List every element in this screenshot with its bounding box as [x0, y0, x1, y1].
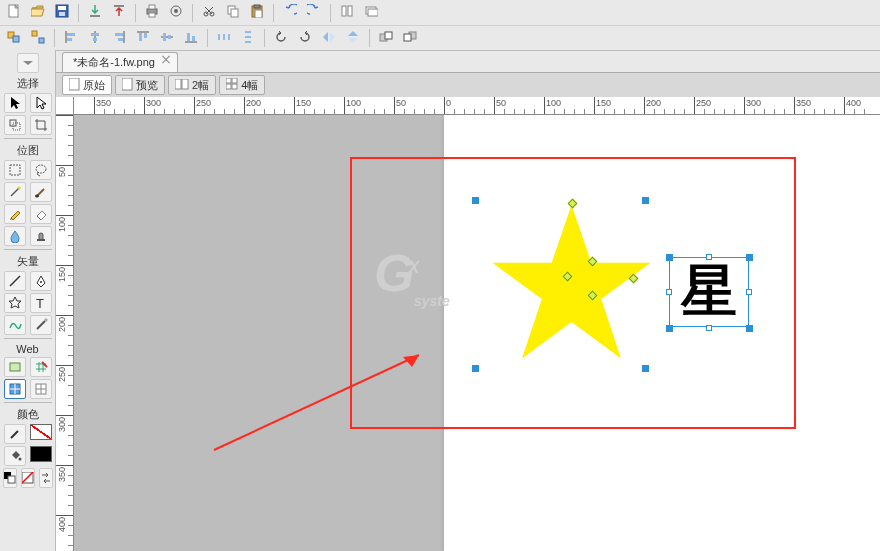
selection-handle[interactable]: [642, 197, 649, 204]
pencil-tool[interactable]: [4, 204, 26, 224]
selection-handle[interactable]: [666, 289, 672, 295]
flip-h-button[interactable]: [319, 28, 339, 48]
svg-rect-19: [348, 6, 352, 16]
wand-tool[interactable]: [4, 182, 26, 202]
close-icon[interactable]: [161, 59, 169, 67]
svg-rect-53: [404, 34, 411, 41]
save-button[interactable]: [52, 3, 72, 23]
palette-menu-button[interactable]: [17, 53, 39, 73]
svg-rect-21: [368, 9, 378, 16]
selection-handle[interactable]: [746, 289, 752, 295]
align-hcenter-button[interactable]: [85, 28, 105, 48]
view-tab-four-up[interactable]: 4幅: [219, 75, 265, 95]
svg-rect-49: [245, 41, 251, 43]
document-tabs-bar: *未命名-1.fw.png: [0, 51, 880, 73]
top-toolbars: [0, 0, 880, 51]
knife-tool[interactable]: [30, 315, 52, 335]
open-file-button[interactable]: [28, 3, 48, 23]
view-tab-original[interactable]: 原始: [62, 75, 112, 95]
wand-icon: [8, 185, 22, 199]
fill-sample-tool[interactable]: [4, 446, 26, 466]
stroke-color-swatch[interactable]: [30, 424, 52, 440]
scale-tool[interactable]: [4, 115, 26, 135]
fill-color-swatch[interactable]: [30, 446, 52, 462]
undo-button[interactable]: [280, 3, 300, 23]
canvas-viewport[interactable]: GX syste 星: [74, 115, 880, 551]
print-button[interactable]: [142, 3, 162, 23]
send-back-button[interactable]: [400, 28, 420, 48]
toolbar-separator: [369, 29, 370, 47]
paste-button[interactable]: [247, 3, 267, 23]
export-button[interactable]: [109, 3, 129, 23]
svg-rect-2: [58, 6, 66, 10]
selection-handle[interactable]: [666, 325, 673, 332]
blur-tool[interactable]: [4, 226, 26, 246]
svg-rect-45: [223, 34, 225, 40]
selection-handle[interactable]: [706, 325, 712, 331]
flip-v-button[interactable]: [343, 28, 363, 48]
selection-handle[interactable]: [642, 365, 649, 372]
subselect-tool[interactable]: [30, 93, 52, 113]
star-shape[interactable]: [489, 200, 654, 365]
target-button[interactable]: [166, 3, 186, 23]
selection-handle[interactable]: [472, 365, 479, 372]
bring-front-button[interactable]: [376, 28, 396, 48]
redo-button[interactable]: [304, 3, 324, 23]
slice-tool[interactable]: [30, 357, 52, 377]
default-colors-button[interactable]: [3, 468, 17, 488]
dist-h-button[interactable]: [214, 28, 234, 48]
dist-v-button[interactable]: [238, 28, 258, 48]
stack-button[interactable]: [361, 3, 381, 23]
copy-button[interactable]: [223, 3, 243, 23]
lasso-tool[interactable]: [30, 160, 52, 180]
brush-tool[interactable]: [30, 182, 52, 202]
freeform-tool[interactable]: [4, 315, 26, 335]
swap-colors-button[interactable]: [39, 468, 53, 488]
svg-rect-54: [69, 78, 79, 90]
star-icon: [8, 296, 22, 310]
show-slices-tool[interactable]: [30, 379, 52, 399]
shape-star-tool[interactable]: [4, 293, 26, 313]
selection-handle[interactable]: [666, 254, 673, 261]
no-color-button[interactable]: [21, 468, 35, 488]
selection-handle[interactable]: [746, 325, 753, 332]
flip-v-icon: [346, 30, 360, 47]
view-tab-two-up[interactable]: 2幅: [168, 75, 216, 95]
pen-tool[interactable]: [30, 271, 52, 291]
align-top-button[interactable]: [133, 28, 153, 48]
rotate-ccw-button[interactable]: [271, 28, 291, 48]
import-button[interactable]: [85, 3, 105, 23]
cut-button[interactable]: [199, 3, 219, 23]
text-object[interactable]: 星: [669, 257, 749, 327]
stamp-tool[interactable]: [30, 226, 52, 246]
hide-slices-tool[interactable]: [4, 379, 26, 399]
import-icon: [88, 4, 102, 21]
view-tab-preview[interactable]: 预览: [115, 75, 165, 95]
horizontal-ruler[interactable]: 3503002502001501005005010015020025030035…: [74, 97, 880, 115]
stroke-sample-tool[interactable]: [4, 424, 26, 444]
selection-handle[interactable]: [706, 254, 712, 260]
align-bottom-button[interactable]: [181, 28, 201, 48]
align-left-button[interactable]: [61, 28, 81, 48]
new-file-button[interactable]: [4, 3, 24, 23]
eraser-tool[interactable]: [30, 204, 52, 224]
hotspot-tool[interactable]: [4, 357, 26, 377]
rotate-cw-icon: [298, 30, 312, 47]
pages-button[interactable]: [337, 3, 357, 23]
vertical-ruler[interactable]: 50100150200250300350400: [56, 115, 74, 551]
pointer-tool[interactable]: [4, 93, 26, 113]
marquee-tool[interactable]: [4, 160, 26, 180]
text-tool[interactable]: T: [30, 293, 52, 313]
align-vcenter-button[interactable]: [157, 28, 177, 48]
selection-handle[interactable]: [472, 197, 479, 204]
pen-icon: [34, 274, 48, 288]
crop-tool[interactable]: [30, 115, 52, 135]
document-tab[interactable]: *未命名-1.fw.png: [62, 52, 178, 72]
ungroup-button[interactable]: [28, 28, 48, 48]
group-button[interactable]: [4, 28, 24, 48]
selection-handle[interactable]: [746, 254, 753, 261]
rotate-cw-button[interactable]: [295, 28, 315, 48]
align-right-button[interactable]: [109, 28, 129, 48]
svg-rect-75: [8, 476, 15, 483]
line-tool[interactable]: [4, 271, 26, 291]
